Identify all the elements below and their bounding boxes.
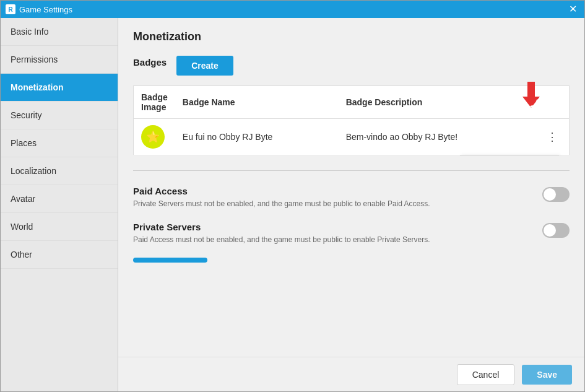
content-area: Monetization Badges Create (118, 18, 584, 357)
badge-table-wrapper: Badge Image Badge Name Badge Description (133, 85, 570, 155)
badge-icon: ⭐ (141, 125, 165, 149)
main-content: Monetization Badges Create (118, 18, 584, 391)
app-icon: R (6, 4, 15, 14)
arrow-indicator (515, 79, 545, 111)
sidebar-item-permissions[interactable]: Permissions (1, 46, 118, 74)
private-servers-description: Paid Access must not be enabled, and the… (133, 235, 532, 245)
game-settings-window: R Game Settings ✕ Basic Info Permissions… (0, 0, 585, 392)
badge-name-cell: Eu fui no Obby RJ Byte (175, 119, 339, 155)
paid-access-description: Private Servers must not be enabled, and… (133, 199, 532, 209)
badge-star-icon: ⭐ (146, 130, 160, 144)
save-button[interactable]: Save (522, 365, 572, 385)
table-row: ⭐ Eu fui no Obby RJ Byte Bem-vindo ao Ob… (134, 119, 570, 155)
window-body: Basic Info Permissions Monetization Secu… (1, 18, 584, 391)
sidebar-item-monetization[interactable]: Monetization (1, 74, 118, 102)
sidebar-item-other[interactable]: Other (1, 241, 118, 269)
col-header-description: Badge Description (339, 86, 535, 119)
footer: Cancel Save (118, 357, 584, 391)
paid-access-toggle[interactable] (542, 187, 570, 202)
badge-dropdown-menu: Copy ID to Clipboard Configure (460, 155, 559, 155)
paid-access-label-group: Paid Access Private Servers must not be … (133, 186, 532, 209)
sidebar-item-basic-info[interactable]: Basic Info (1, 18, 118, 46)
badge-table: Badge Image Badge Name Badge Description (133, 85, 570, 155)
sidebar-item-places[interactable]: Places (1, 129, 118, 157)
paid-access-label: Paid Access (133, 186, 532, 196)
title-bar: R Game Settings ✕ (1, 1, 584, 18)
sidebar-item-security[interactable]: Security (1, 102, 118, 129)
badge-description-cell: Bem-vindo ao Obby RJ Byte! (339, 119, 535, 155)
window-title: Game Settings (19, 5, 566, 14)
badges-header: Badges Create (133, 56, 570, 76)
col-header-name: Badge Name (175, 86, 339, 119)
private-servers-toggle[interactable] (542, 223, 570, 238)
sidebar: Basic Info Permissions Monetization Secu… (1, 18, 118, 391)
sidebar-item-world[interactable]: World (1, 213, 118, 241)
badges-label: Badges (133, 57, 167, 68)
scroll-or-bar (133, 258, 207, 263)
badge-table-container: Badge Image Badge Name Badge Description (133, 85, 570, 155)
cancel-button[interactable]: Cancel (457, 364, 515, 385)
sidebar-item-avatar[interactable]: Avatar (1, 185, 118, 213)
private-servers-label-group: Private Servers Paid Access must not be … (133, 222, 532, 245)
badge-image-cell: ⭐ (134, 119, 175, 155)
sidebar-item-localization[interactable]: Localization (1, 157, 118, 185)
close-button[interactable]: ✕ (566, 4, 579, 14)
create-badge-button[interactable]: Create (176, 56, 233, 76)
private-servers-label: Private Servers (133, 222, 532, 232)
private-servers-section: Private Servers Paid Access must not be … (133, 222, 570, 245)
paid-access-section: Paid Access Private Servers must not be … (133, 186, 570, 209)
col-header-image: Badge Image (134, 86, 175, 119)
badge-actions-cell: ⋮ Copy ID to Clipboard Configure (535, 119, 570, 155)
section-divider (133, 170, 570, 171)
page-title: Monetization (133, 30, 570, 43)
badge-more-options-button[interactable]: ⋮ (543, 129, 561, 145)
